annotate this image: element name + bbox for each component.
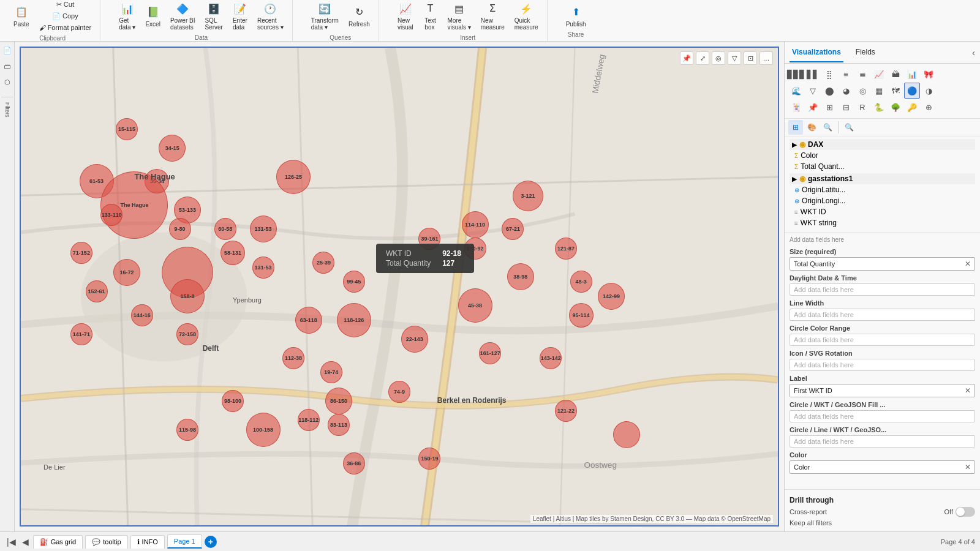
viz-filled-map[interactable]: 🔵 [904,83,920,99]
dax-section-header[interactable]: ▶ ◉ DAX [790,139,975,150]
viz-area[interactable]: 🏔 [888,66,903,82]
viz-clustered-bar-h[interactable]: ≣ [854,66,870,82]
map-bubble[interactable] [418,448,440,470]
map-bubble[interactable] [113,259,140,286]
map-bubble[interactable] [458,288,492,323]
tree-item-wkt-string[interactable]: ≡ WKT string [790,217,975,228]
map-bubble[interactable] [343,452,365,474]
map-bubble[interactable] [479,342,501,364]
get-data-button[interactable]: 📊 Getdata ▾ [115,0,139,32]
copy-button[interactable]: 📄 Copy [36,11,96,21]
viz-card[interactable]: 🃏 [788,99,804,115]
viz-line[interactable]: 📈 [871,66,887,82]
map-bubble[interactable] [252,257,274,279]
map-bubble[interactable] [598,283,625,310]
map-bubble[interactable] [131,304,153,326]
map-bubble[interactable] [343,271,365,293]
map-bubble[interactable] [569,303,594,328]
map-bubble[interactable] [116,118,138,140]
tree-item-wkt-id[interactable]: ≡ WKT ID [790,206,975,217]
quick-measure-button[interactable]: ⚡ Quickmeasure [511,0,542,32]
format-painter-button[interactable]: 🖌 Format painter [36,23,96,32]
map-pin-tool[interactable]: 📌 [680,51,693,65]
enter-data-button[interactable]: 📝 Enterdata [229,0,251,32]
tab-gas-grid[interactable]: ⛽ Gas grid [33,535,83,549]
map-bubble[interactable] [100,204,123,226]
map-bubble[interactable] [221,241,245,265]
viz-custom[interactable]: ⊕ [921,99,937,115]
cross-report-toggle[interactable] [956,507,975,517]
map-zoom-tool[interactable]: ⤢ [696,51,709,65]
map-bubble[interactable] [170,279,205,313]
svg-rotation-field[interactable]: Add data fields here [790,359,975,371]
map-bubble[interactable] [70,242,92,264]
map-share-tool[interactable]: ⊡ [744,51,757,65]
tree-item-color[interactable]: Σ Color [790,150,975,161]
viz-pie[interactable]: ◕ [838,83,854,99]
powerbi-datasets-button[interactable]: 🔷 Power BIdatasets [167,0,199,32]
circle-wkt-fill-field[interactable]: Add data fields here [790,410,975,422]
viz-map[interactable]: 🗺 [888,83,903,99]
map-bubble[interactable] [570,271,592,293]
map-bubble[interactable] [276,160,311,194]
viz-r-visual[interactable]: R [854,99,870,115]
cut-button[interactable]: ✂ Cut [36,0,96,10]
viz-matrix[interactable]: ⊟ [838,99,854,115]
viz-stacked-bar-h[interactable]: ≡ [838,66,854,82]
map-bubble[interactable] [337,303,371,337]
map-bubble[interactable] [169,218,191,240]
circle-line-wkt-field[interactable]: Add data fields here [790,435,975,448]
add-page-btn[interactable]: + [205,536,217,548]
map-bubble[interactable] [328,414,350,436]
size-required-close-btn[interactable]: ✕ [965,260,971,268]
recent-sources-button[interactable]: 🕐 Recentsources ▾ [254,0,287,32]
tab-tooltip[interactable]: 💬 tooltip [85,535,127,549]
map-bubble[interactable] [555,238,577,260]
viz-table[interactable]: ⊞ [821,99,837,115]
viz-gauge[interactable]: ◑ [921,83,937,99]
search-fields-btn[interactable]: 🔍 [842,120,856,135]
panel-collapse-btn[interactable]: ‹ [972,48,975,58]
tree-item-total-quantity[interactable]: Σ Total Quant... [790,161,975,172]
viz-ribbon[interactable]: 🎀 [921,66,937,82]
map-bubble[interactable] [250,216,277,242]
format-icon-btn[interactable]: 🎨 [804,120,819,135]
map-bubble[interactable] [513,181,543,211]
filters-panel-icon[interactable]: Filters [1,103,13,116]
viz-scatter[interactable]: ⬤ [821,83,837,99]
page-first-btn[interactable]: |◀ [5,537,18,547]
viz-stacked-bar[interactable]: ▊▊▊ [788,66,804,82]
map-bubble[interactable] [320,361,342,383]
map-bubble[interactable] [246,413,281,447]
viz-donut[interactable]: ◎ [854,83,870,99]
tree-item-origin-lon[interactable]: ⊕ OriginLongi... [790,195,975,206]
map-filter-tool[interactable]: ▽ [728,51,741,65]
tab-visualizations[interactable]: Visualizations [790,43,843,62]
map-bubble[interactable] [502,218,524,240]
tree-item-origin-lat[interactable]: ⊕ OriginLatitu... [790,184,975,195]
map-bubble[interactable] [176,419,198,441]
map-bubble[interactable] [312,252,334,274]
map-bubble[interactable] [401,326,428,353]
fields-icon-btn[interactable]: ⊞ [788,120,803,135]
size-required-field[interactable]: Total Quantity ✕ [790,257,975,271]
more-visuals-button[interactable]: ▤ Morevisuals ▾ [444,0,475,32]
viz-100pct-bar[interactable]: ⣿ [821,66,837,82]
viz-kpi[interactable]: 📌 [805,99,821,115]
model-view-icon[interactable]: ⬡ [1,76,13,88]
map-visual[interactable]: 📌 ⤢ ◎ ▽ ⊡ … [20,47,779,527]
new-visual-button[interactable]: 📈 Newvisual [394,0,417,32]
map-bubble[interactable] [176,323,198,345]
color-close-btn[interactable]: ✕ [965,463,971,471]
color-field[interactable]: Color ✕ [790,460,975,474]
excel-button[interactable]: 📗 Excel [141,4,164,29]
map-bubble[interactable] [555,400,577,422]
analytics-icon-btn[interactable]: 🔍 [820,120,835,135]
map-bubble[interactable] [613,421,640,448]
viz-clustered-bar[interactable]: ▋▋ [805,66,821,82]
circle-color-field[interactable]: Add data fields here [790,334,975,346]
new-measure-button[interactable]: Σ Newmeasure [477,0,508,32]
line-width-field[interactable]: Add data fields here [790,309,975,321]
transform-data-button[interactable]: 🔄 Transformdata ▾ [307,0,342,32]
map-focus-tool[interactable]: ◎ [712,51,725,65]
